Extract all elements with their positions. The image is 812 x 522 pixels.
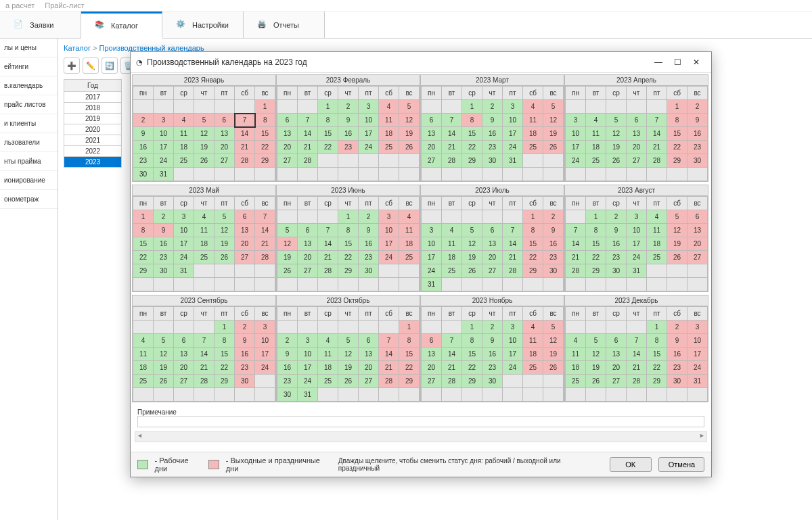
day-cell[interactable]: 14 xyxy=(318,237,338,251)
day-cell[interactable]: 27 xyxy=(174,375,194,388)
day-cell[interactable]: 12 xyxy=(462,237,482,251)
day-cell[interactable]: 16 xyxy=(359,237,379,251)
day-cell[interactable]: 15 xyxy=(586,237,606,251)
day-cell[interactable]: 13 xyxy=(215,127,235,141)
day-cell[interactable]: 2 xyxy=(482,100,503,114)
day-cell[interactable]: 21 xyxy=(627,361,647,375)
day-cell[interactable]: 22 xyxy=(586,251,606,264)
day-cell[interactable]: 4 xyxy=(399,210,420,224)
day-cell[interactable]: 10 xyxy=(503,334,523,348)
day-cell[interactable]: 11 xyxy=(133,348,154,361)
day-cell[interactable]: 1 xyxy=(462,321,482,334)
day-cell[interactable]: 9 xyxy=(277,348,298,361)
day-cell[interactable]: 1 xyxy=(523,210,543,224)
cancel-button[interactable]: Отмена xyxy=(658,457,704,472)
close-button[interactable]: ✕ xyxy=(687,55,706,69)
day-cell[interactable]: 25 xyxy=(318,375,338,388)
day-cell[interactable]: 7 xyxy=(298,114,318,127)
day-cell[interactable]: 5 xyxy=(277,224,298,237)
day-cell[interactable]: 28 xyxy=(318,264,338,278)
day-cell[interactable]: 6 xyxy=(482,224,503,237)
day-cell[interactable]: 6 xyxy=(606,334,627,348)
day-cell[interactable]: 13 xyxy=(235,224,255,237)
day-cell[interactable]: 26 xyxy=(338,375,359,388)
day-cell[interactable]: 2 xyxy=(482,321,503,334)
day-cell[interactable]: 20 xyxy=(687,237,708,251)
day-cell[interactable]: 28 xyxy=(442,154,462,168)
ok-button[interactable]: ОК xyxy=(610,457,652,472)
refresh-button[interactable]: 🔄 xyxy=(102,57,118,74)
day-cell[interactable]: 14 xyxy=(442,348,462,361)
day-cell[interactable]: 17 xyxy=(503,348,523,361)
day-cell[interactable]: 21 xyxy=(318,251,338,264)
day-cell[interactable]: 23 xyxy=(154,251,174,264)
day-cell[interactable]: 8 xyxy=(586,224,606,237)
day-cell[interactable]: 30 xyxy=(482,375,503,388)
day-cell[interactable]: 4 xyxy=(442,224,462,237)
day-cell[interactable]: 1 xyxy=(647,321,667,334)
day-cell[interactable]: 24 xyxy=(154,154,174,168)
day-cell[interactable]: 7 xyxy=(255,210,275,224)
day-cell[interactable]: 2 xyxy=(235,321,255,334)
day-cell[interactable]: 17 xyxy=(503,127,523,141)
day-cell[interactable]: 18 xyxy=(647,237,667,251)
day-cell[interactable]: 26 xyxy=(667,251,687,264)
day-cell[interactable]: 6 xyxy=(687,210,708,224)
day-cell[interactable]: 30 xyxy=(235,375,255,388)
day-cell[interactable]: 10 xyxy=(422,237,442,251)
day-cell[interactable]: 1 xyxy=(399,321,420,334)
day-cell[interactable]: 16 xyxy=(482,348,503,361)
day-cell[interactable]: 26 xyxy=(399,141,420,154)
day-cell[interactable]: 25 xyxy=(566,375,586,388)
day-cell[interactable]: 27 xyxy=(277,154,298,168)
day-cell[interactable]: 9 xyxy=(482,334,503,348)
day-cell[interactable]: 5 xyxy=(338,334,359,348)
day-cell[interactable]: 29 xyxy=(586,264,606,278)
day-cell[interactable]: 13 xyxy=(627,127,647,141)
day-cell[interactable]: 22 xyxy=(338,251,359,264)
day-cell[interactable]: 23 xyxy=(277,375,298,388)
day-cell[interactable]: 16 xyxy=(154,237,174,251)
day-cell[interactable]: 4 xyxy=(586,114,606,127)
day-cell[interactable]: 12 xyxy=(586,348,606,361)
day-cell[interactable]: 19 xyxy=(543,127,564,141)
day-cell[interactable]: 12 xyxy=(277,237,298,251)
day-cell[interactable]: 29 xyxy=(462,154,482,168)
day-cell[interactable]: 17 xyxy=(255,348,275,361)
day-cell[interactable]: 8 xyxy=(399,334,420,348)
day-cell[interactable]: 10 xyxy=(298,348,318,361)
day-cell[interactable]: 21 xyxy=(235,141,255,154)
day-cell[interactable]: 9 xyxy=(606,224,627,237)
day-cell[interactable]: 15 xyxy=(338,237,359,251)
day-cell[interactable]: 30 xyxy=(277,388,298,402)
day-cell[interactable]: 18 xyxy=(133,361,154,375)
day-cell[interactable]: 24 xyxy=(422,264,442,278)
day-cell[interactable]: 20 xyxy=(298,251,318,264)
day-cell[interactable]: 10 xyxy=(687,334,708,348)
day-cell[interactable]: 4 xyxy=(647,210,667,224)
day-cell[interactable]: 12 xyxy=(194,127,215,141)
day-cell[interactable]: 1 xyxy=(338,210,359,224)
day-cell[interactable]: 19 xyxy=(606,141,627,154)
day-cell[interactable]: 15 xyxy=(462,127,482,141)
day-cell[interactable]: 22 xyxy=(215,361,235,375)
day-cell[interactable]: 20 xyxy=(422,141,442,154)
day-cell[interactable]: 21 xyxy=(298,141,318,154)
day-cell[interactable]: 15 xyxy=(215,348,235,361)
day-cell[interactable]: 2 xyxy=(606,210,627,224)
day-cell[interactable]: 8 xyxy=(215,334,235,348)
day-cell[interactable]: 27 xyxy=(235,251,255,264)
day-cell[interactable]: 26 xyxy=(606,154,627,168)
day-cell[interactable]: 15 xyxy=(399,348,420,361)
day-cell[interactable]: 19 xyxy=(543,348,564,361)
day-cell[interactable]: 19 xyxy=(154,361,174,375)
edit-button[interactable]: ✏️ xyxy=(83,57,99,74)
day-cell[interactable]: 7 xyxy=(627,334,647,348)
day-cell[interactable]: 14 xyxy=(235,127,255,141)
day-cell[interactable]: 7 xyxy=(566,224,586,237)
day-cell[interactable]: 22 xyxy=(647,361,667,375)
day-cell[interactable]: 20 xyxy=(235,237,255,251)
day-cell[interactable]: 11 xyxy=(379,114,399,127)
day-cell[interactable]: 30 xyxy=(667,375,687,388)
year-item[interactable]: 2021 xyxy=(64,135,122,146)
